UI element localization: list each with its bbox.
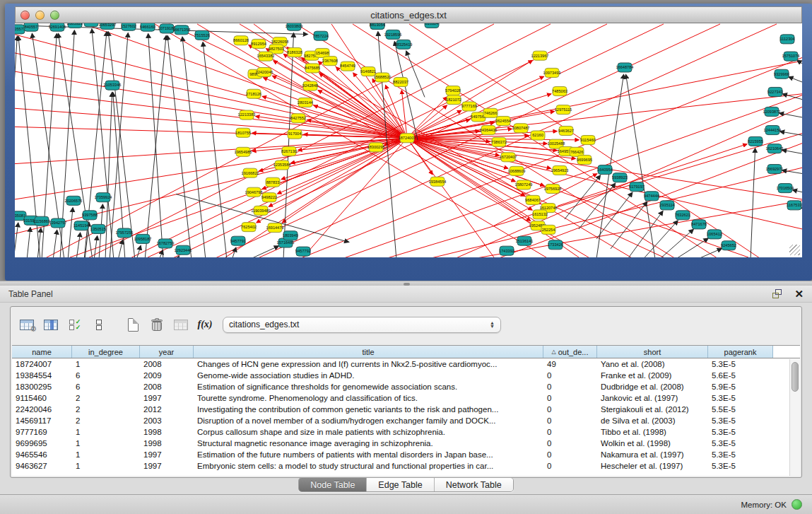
graph-node[interactable]: 12213383 [238,110,256,119]
graph-node[interactable]: 18724007 [399,134,416,143]
graph-node[interactable]: 8822037 [393,77,408,86]
graph-node[interactable]: 17957255 [116,228,134,238]
graph-node[interactable]: 9699695 [577,155,592,164]
graph-node[interactable]: 21053346 [104,81,122,90]
column-header-year[interactable]: year [140,346,194,358]
graph-node[interactable]: 3624554 [495,116,511,125]
tab-network-table[interactable]: Network Table [435,478,513,491]
tab-node-table[interactable]: Node Table [299,478,367,491]
graph-node[interactable]: 840557 [24,23,38,31]
graph-node[interactable]: 15692971 [766,165,784,174]
show-column-button[interactable] [42,315,60,334]
graph-node[interactable]: 8813054 [370,23,385,29]
graph-node[interactable]: 746266 [483,108,498,117]
graph-node[interactable]: 917004 [288,129,302,139]
create-table-button[interactable] [124,315,142,334]
network-graph[interactable]: 5405571840557326914062085329106532710653… [15,23,802,257]
graph-node[interactable]: 887833 [266,177,280,187]
graph-node[interactable]: 9684067 [525,195,541,204]
graph-node[interactable]: 10688609 [508,166,526,175]
table-row[interactable]: 2242004622012Investigating the contribut… [12,404,800,415]
graph-node[interactable]: 1615132 [532,210,548,219]
graph-node[interactable]: 8471676 [691,220,707,229]
graph-node[interactable]: 20206576 [65,196,83,205]
table-row[interactable]: 1938455462009Genome-wide association stu… [12,370,800,381]
function-builder-button[interactable]: f(x) [196,315,214,334]
graph-node[interactable]: 11156869 [33,216,50,226]
graph-node[interactable]: 9227343 [767,87,783,96]
maximize-window-button[interactable] [50,11,59,20]
graph-node[interactable]: 1065412 [707,230,722,239]
network-view-window[interactable]: citations_edges.txt 54055718405573269140… [5,4,812,281]
table-row[interactable]: 969969511998Structural magnetic resonanc… [12,438,800,449]
graph-node[interactable]: 10973493 [543,68,561,77]
graph-node[interactable]: 18325419 [395,40,413,49]
graph-node[interactable]: 22420046 [256,67,273,76]
graph-node[interactable]: 9397588 [82,211,98,220]
graph-node[interactable]: 9463627 [558,126,574,135]
graph-node[interactable]: 2367608 [322,57,338,66]
table-row[interactable]: 911546021997Tourette syndrome. Phenomeno… [12,392,800,404]
graph-node[interactable]: 8454749 [340,62,355,71]
graph-node[interactable]: 62160 [531,131,545,140]
graph-node[interactable]: 16720407 [500,153,517,162]
graph-node[interactable]: 8186328 [287,47,302,57]
graph-node[interactable]: 19218596 [384,30,402,39]
column-header-in_degree[interactable]: in_degree [72,346,140,358]
graph-node[interactable]: 16033809 [286,23,303,30]
graph-node[interactable]: 12353584 [273,160,291,170]
delete-table-button[interactable] [148,315,166,334]
table-row[interactable]: 946554611997Estimation of the future num… [12,449,800,460]
graph-node[interactable]: 15807249 [515,180,533,189]
graph-node[interactable]: 32691406 [49,23,66,31]
graph-node[interactable]: 9498222 [261,193,277,202]
table-row[interactable]: 1872400712008Changes of HCN gene express… [12,358,800,370]
graph-node[interactable]: 1743392 [499,246,514,255]
graph-node[interactable]: 19654923 [551,165,569,175]
table-row[interactable]: 1456911722003Disruption of a novel membe… [12,415,800,426]
graph-node[interactable]: 9329966 [774,69,789,78]
graph-node[interactable]: 6466160 [140,23,155,31]
graph-node[interactable]: 9245652 [721,241,736,250]
graph-node[interactable]: 12923446 [175,245,192,255]
column-header-pagerank[interactable]: pagerank [708,346,773,358]
graph-node[interactable]: 1167533 [787,201,801,210]
column-header-short[interactable]: short [597,346,708,358]
table-row[interactable]: 946362711997Embryonic stem cells: a mode… [12,460,800,472]
graph-node[interactable]: 19166822 [242,168,259,177]
table-row[interactable]: 977716911998Corpus callosum shape and si… [12,426,800,438]
table-row[interactable]: 1830029562008Estimation of significance … [12,381,800,392]
graph-node[interactable]: 8215955 [748,136,763,146]
graph-node[interactable]: 10958187 [134,234,152,243]
graph-node[interactable]: 7485063 [552,87,567,96]
graph-node[interactable]: 7515526 [194,30,210,40]
graph-node[interactable]: 17016504 [777,184,794,193]
graph-node[interactable]: 2803144 [298,98,313,107]
graph-node[interactable]: 1810755 [235,128,251,137]
graph-node[interactable]: 17359924 [95,193,112,202]
graph-node[interactable]: 7632621 [675,211,690,220]
table-settings-button[interactable]: ⚙ [18,315,36,334]
resize-grip-icon[interactable] [789,245,800,255]
float-window-icon[interactable] [772,289,783,299]
graph-node[interactable]: 16782759 [157,239,175,248]
graph-node[interactable]: 16671358 [173,25,191,35]
import-table-button[interactable] [172,315,190,334]
graph-node[interactable]: 1065327 [83,23,99,27]
graph-node[interactable]: 9777169 [461,102,477,111]
graph-node[interactable]: 119039489 [251,206,271,215]
graph-node[interactable]: 8475685 [305,64,320,73]
network-canvas[interactable]: 5405571840557326914062085329106532710653… [15,23,802,257]
graph-node[interactable]: 7857224 [313,31,329,40]
graph-node[interactable]: 15751074 [782,52,800,61]
panel-splitter[interactable] [0,281,812,286]
graph-node[interactable]: 6179197 [629,182,645,192]
graph-node[interactable]: 7386372 [491,137,507,146]
graph-node[interactable]: 9457791 [230,236,246,245]
graph-node[interactable]: 10807487 [512,124,530,133]
graph-node[interactable]: 1821072 [446,95,461,105]
graph-node[interactable]: 1640954 [597,165,613,174]
graph-node[interactable]: 12975115 [555,105,572,115]
row-height-button[interactable] [90,315,108,334]
graph-node[interactable]: 19654985 [235,147,252,156]
